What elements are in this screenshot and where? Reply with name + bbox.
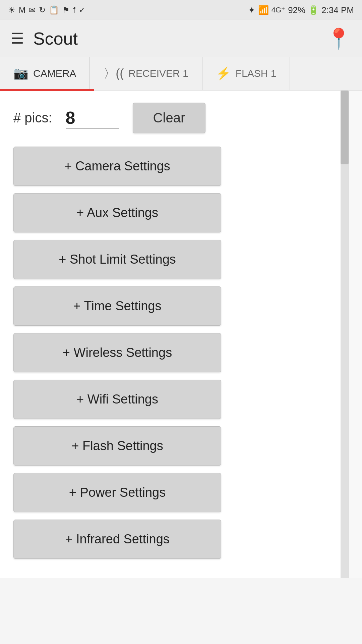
scrollbar-thumb[interactable] [341,91,349,164]
hamburger-menu-icon[interactable]: ☰ [11,31,24,46]
main-content: # pics: Clear + Camera Settings + Aux Se… [0,91,362,578]
battery-icon: 🔋 [308,5,319,15]
scrollbar[interactable] [341,91,349,578]
status-right-icons: ✦ 📶 4G⁺ 92% 🔋 2:34 PM [248,5,354,15]
receiver-tab-icon: 〉(( [104,65,124,82]
app-bar-left: ☰ Scout [11,29,78,49]
mail-icon: ✉ [29,5,36,15]
time-settings-button[interactable]: + Time Settings [13,286,221,326]
camera-settings-button[interactable]: + Camera Settings [13,147,221,186]
sync-icon: ↻ [39,5,46,15]
shot-limit-settings-button[interactable]: + Shot Limit Settings [13,240,221,279]
bluetooth-icon: ✦ [248,5,255,15]
check-icon: ✓ [79,5,85,15]
flash-tab-icon: ⚡ [216,66,231,80]
facebook-icon: f [73,5,75,15]
flag-icon: ⚑ [62,5,70,15]
aux-settings-button[interactable]: + Aux Settings [13,193,221,232]
flash-settings-button[interactable]: + Flash Settings [13,426,221,466]
gmail-icon: M [19,5,25,15]
right-panel [349,91,362,578]
wireless-settings-button[interactable]: + Wireless Settings [13,333,221,372]
clock: 2:34 PM [321,5,354,15]
notification-icon: ☀ [8,5,15,15]
tab-flash1[interactable]: ⚡ FLASH 1 [202,57,291,90]
flash-tab-label: FLASH 1 [236,68,277,79]
pics-label: # pics: [13,110,52,125]
wifi-settings-button[interactable]: + Wifi Settings [13,380,221,419]
infrared-settings-button[interactable]: + Infrared Settings [13,520,221,559]
app-bar: ☰ Scout 📍 [0,20,362,57]
battery-level: 92% [288,5,305,15]
camera-tab-icon: 📷 [13,66,28,80]
app-title: Scout [33,29,78,49]
wifi-icon: 📶 [258,5,269,15]
power-settings-button[interactable]: + Power Settings [13,473,221,512]
content-area: # pics: Clear + Camera Settings + Aux Se… [0,91,341,578]
clear-button[interactable]: Clear [133,103,206,133]
active-tab-indicator [0,89,94,91]
camera-tab-label: CAMERA [33,68,76,79]
tab-camera[interactable]: 📷 CAMERA [0,57,90,90]
pics-row: # pics: Clear [13,103,327,133]
pin-button[interactable]: 📍 [326,27,351,51]
status-bar: ☀ M ✉ ↻ 📋 ⚑ f ✓ ✦ 📶 4G⁺ 92% 🔋 2:34 PM [0,0,362,20]
signal-icon: 4G⁺ [272,6,285,14]
tab-receiver1[interactable]: 〉(( RECEIVER 1 [90,57,202,90]
tab-bar: 📷 CAMERA 〉(( RECEIVER 1 ⚡ FLASH 1 [0,57,362,91]
receiver-tab-label: RECEIVER 1 [128,68,188,79]
clipboard-icon: 📋 [49,5,59,15]
status-icons: ☀ M ✉ ↻ 📋 ⚑ f ✓ [8,5,85,15]
pics-input[interactable] [66,108,119,128]
